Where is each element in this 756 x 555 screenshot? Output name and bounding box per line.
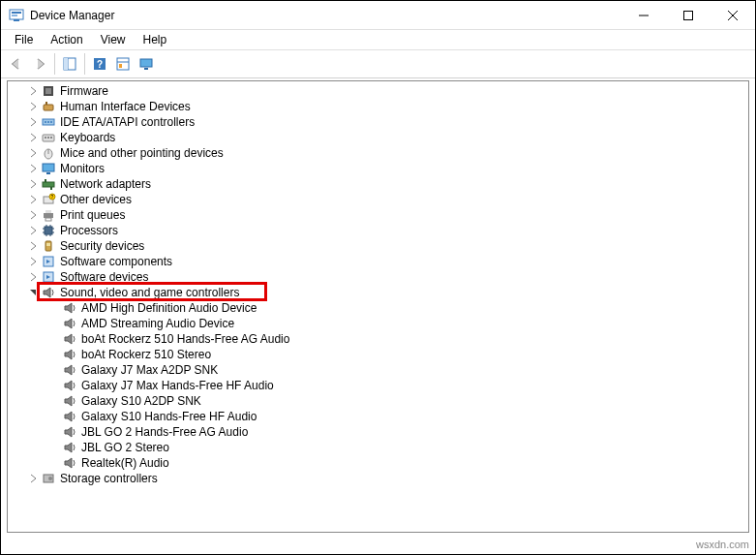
svg-rect-1 [12,12,21,14]
hid-icon [41,99,56,114]
category-label: Firmware [60,83,108,99]
expand-toggle[interactable] [27,85,39,97]
software-icon [41,254,56,269]
expand-toggle[interactable] [27,225,39,236]
tree-device-row[interactable]: JBL GO 2 Hands-Free AG Audio [8,424,748,440]
menu-action[interactable]: Action [43,31,90,48]
device-label: JBL GO 2 Hands-Free AG Audio [81,424,248,440]
category-label: Processors [60,223,118,238]
expand-toggle[interactable] [27,194,39,205]
category-label: Human Interface Devices [60,99,191,114]
svg-rect-41 [45,210,51,213]
minimize-button[interactable] [621,1,666,30]
expand-toggle[interactable] [27,271,39,283]
device-tree-container: FirmwareHuman Interface DevicesIDE ATA/A… [7,80,749,533]
toolbar-separator [54,53,55,75]
tree-category-row[interactable]: Security devices [8,238,748,254]
menu-view[interactable]: View [93,31,134,48]
tree-category-row[interactable]: Network adapters [8,176,748,192]
menu-help[interactable]: Help [136,31,175,48]
expand-toggle[interactable] [27,178,39,190]
sound-icon [62,316,77,331]
expand-toggle[interactable] [27,163,39,174]
app-icon [9,8,24,23]
sound-icon [62,300,77,316]
category-label: Security devices [60,238,144,254]
sound-icon [62,409,77,424]
category-label: Sound, video and game controllers [60,285,239,300]
tree-category-row[interactable]: Software devices [8,269,748,285]
tree-device-row[interactable]: Galaxy S10 A2DP SNK [8,393,748,409]
expand-toggle[interactable] [27,473,39,484]
storage-icon [41,471,56,486]
sound-icon [62,424,77,440]
tree-category-row[interactable]: Sound, video and game controllers [8,285,748,300]
expand-toggle[interactable] [27,132,39,143]
forward-button[interactable] [28,52,51,76]
device-label: Realtek(R) Audio [81,455,169,471]
svg-rect-28 [47,137,49,139]
toolbar: ? [1,49,755,78]
expand-toggle[interactable] [27,147,39,159]
monitor-icon[interactable] [135,52,158,76]
svg-point-24 [47,121,49,123]
tree-device-row[interactable]: AMD Streaming Audio Device [8,316,748,331]
device-label: boAt Rockerz 510 Hands-Free AG Audio [81,331,289,347]
sound-icon [62,393,77,409]
tree-category-row[interactable]: Firmware [8,83,748,99]
expand-toggle[interactable] [27,256,39,267]
back-button[interactable] [5,52,28,76]
tree-device-row[interactable]: JBL GO 2 Stereo [8,440,748,455]
svg-rect-20 [44,105,53,110]
sound-icon [62,440,77,455]
tree-device-row[interactable]: Galaxy S10 Hands-Free HF Audio [8,409,748,424]
category-label: Keyboards [60,130,115,145]
svg-rect-29 [50,137,52,139]
tree-category-row[interactable]: Monitors [8,161,748,176]
tree-device-row[interactable]: AMD High Definition Audio Device [8,300,748,316]
svg-rect-10 [64,58,68,70]
firmware-icon [41,83,56,99]
tree-category-row[interactable]: Storage controllers [8,471,748,486]
close-button[interactable] [711,1,755,30]
tree-category-row[interactable]: Print queues [8,207,748,223]
tree-category-row[interactable]: Keyboards [8,130,748,145]
window-buttons [621,1,755,30]
help-button[interactable]: ? [88,52,111,76]
tree-device-row[interactable]: boAt Rockerz 510 Hands-Free AG Audio [8,331,748,347]
ide-icon [41,114,56,130]
maximize-button[interactable] [666,1,711,30]
category-label: IDE ATA/ATAPI controllers [60,114,195,130]
tree-category-row[interactable]: IDE ATA/ATAPI controllers [8,114,748,130]
expand-toggle[interactable] [27,209,39,221]
tree-category-row[interactable]: Processors [8,223,748,238]
tree-category-row[interactable]: Software components [8,254,748,269]
titlebar: Device Manager [1,1,755,30]
svg-rect-2 [12,15,17,16]
svg-rect-17 [144,68,148,70]
tree-category-row[interactable]: ?Other devices [8,192,748,207]
svg-rect-34 [43,182,54,187]
menu-file[interactable]: File [7,31,41,48]
category-label: Software components [60,254,172,269]
show-hide-tree-button[interactable] [58,52,81,76]
security-icon [41,238,56,254]
tree-device-row[interactable]: Galaxy J7 Max Hands-Free HF Audio [8,378,748,393]
device-label: Galaxy S10 Hands-Free HF Audio [81,409,257,424]
sound-icon [62,455,77,471]
svg-rect-33 [46,172,50,174]
expand-toggle[interactable] [27,287,39,298]
tree-device-row[interactable]: Galaxy J7 Max A2DP SNK [8,362,748,378]
expand-toggle[interactable] [27,240,39,252]
device-tree[interactable]: FirmwareHuman Interface DevicesIDE ATA/A… [8,81,748,532]
tree-device-row[interactable]: boAt Rockerz 510 Stereo [8,347,748,362]
tree-device-row[interactable]: Realtek(R) Audio [8,455,748,471]
svg-text:?: ? [97,59,103,70]
sound-icon [41,285,56,300]
scan-hardware-button[interactable] [111,52,135,76]
expand-toggle[interactable] [27,101,39,112]
tree-category-row[interactable]: Human Interface Devices [8,99,748,114]
tree-category-row[interactable]: Mice and other pointing devices [8,145,748,161]
expand-toggle[interactable] [27,116,39,128]
category-label: Monitors [60,161,105,176]
